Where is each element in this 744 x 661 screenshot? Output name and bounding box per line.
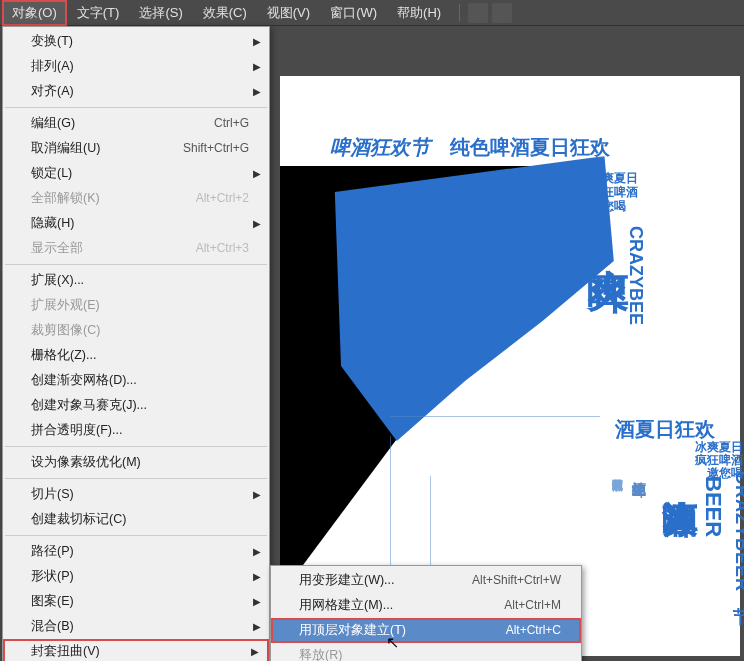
art-b-slogan: 酒夏日狂欢 <box>615 416 715 443</box>
menu-shortcut: Alt+Ctrl+2 <box>196 190 249 207</box>
menu-item-label: 对齐(A) <box>31 83 74 100</box>
menu-help[interactable]: 帮助(H) <box>387 0 451 26</box>
menu-item-9: 显示全部Alt+Ctrl+3 <box>3 236 269 261</box>
menu-item-27[interactable]: 混合(B)▶ <box>3 614 269 639</box>
menu-object[interactable]: 对象(O) <box>2 0 67 26</box>
submenu-arrow-icon: ▶ <box>253 165 261 182</box>
menu-item-2[interactable]: 对齐(A)▶ <box>3 79 269 104</box>
menu-item-label: 图案(E) <box>31 593 74 610</box>
menu-item-1[interactable]: 排列(A)▶ <box>3 54 269 79</box>
menu-item-label: 创建对象马赛克(J)... <box>31 397 147 414</box>
menu-item-label: 显示全部 <box>31 240 83 257</box>
menu-shortcut: Shift+Ctrl+G <box>183 140 249 157</box>
menu-separator <box>5 107 267 108</box>
menu-item-label: 锁定(L) <box>31 165 72 182</box>
menu-separator <box>5 478 267 479</box>
menu-item-26[interactable]: 图案(E)▶ <box>3 589 269 614</box>
submenu-item-3: 释放(R) <box>271 643 581 661</box>
cursor-icon: ↖ <box>386 633 399 652</box>
menu-shortcut: Alt+Ctrl+3 <box>196 240 249 257</box>
menu-item-16[interactable]: 创建对象马赛克(J)... <box>3 393 269 418</box>
object-menu: 变换(T)▶排列(A)▶对齐(A)▶编组(G)Ctrl+G取消编组(U)Shif… <box>2 26 270 661</box>
menu-item-label: 拼合透明度(F)... <box>31 422 122 439</box>
menu-item-28[interactable]: 封套扭曲(V)▶ <box>3 639 269 661</box>
menu-item-12: 扩展外观(E) <box>3 293 269 318</box>
guide-h1 <box>390 416 600 417</box>
menu-item-label: 创建渐变网格(D)... <box>31 372 137 389</box>
submenu-item-2[interactable]: 用顶层对象建立(T)Alt+Ctrl+C <box>271 618 581 643</box>
menu-item-label: 取消编组(U) <box>31 140 100 157</box>
art-slogan2: 纯色啤酒夏日狂欢 <box>450 134 610 161</box>
menu-item-label: 切片(S) <box>31 486 74 503</box>
submenu-arrow-icon: ▶ <box>253 33 261 50</box>
toolbar-icon-2[interactable] <box>492 3 512 23</box>
submenu-arrow-icon: ▶ <box>253 83 261 100</box>
menu-item-label: 扩展(X)... <box>31 272 84 289</box>
menu-item-label: 隐藏(H) <box>31 215 74 232</box>
menu-item-0[interactable]: 变换(T)▶ <box>3 29 269 54</box>
menu-item-19[interactable]: 设为像素级优化(M) <box>3 450 269 475</box>
submenu-arrow-icon: ▶ <box>253 568 261 585</box>
menu-item-14[interactable]: 栅格化(Z)... <box>3 343 269 368</box>
menu-item-label: 变换(T) <box>31 33 73 50</box>
submenu-arrow-icon: ▶ <box>253 215 261 232</box>
menu-effect[interactable]: 效果(C) <box>193 0 257 26</box>
menu-item-11[interactable]: 扩展(X)... <box>3 268 269 293</box>
menu-window[interactable]: 窗口(W) <box>320 0 387 26</box>
menu-item-label: 扩展外观(E) <box>31 297 100 314</box>
menu-item-label: 路径(P) <box>31 543 74 560</box>
menu-item-4[interactable]: 编组(G)Ctrl+G <box>3 111 269 136</box>
submenu-item-0[interactable]: 用变形建立(W)...Alt+Shift+Ctrl+W <box>271 568 581 593</box>
submenu-arrow-icon: ▶ <box>253 58 261 75</box>
menu-item-label: 用变形建立(W)... <box>299 572 395 589</box>
art-vertical-side: CRAZYBEE <box>625 226 646 325</box>
menu-item-13: 裁剪图像(C) <box>3 318 269 343</box>
menu-item-17[interactable]: 拼合透明度(F)... <box>3 418 269 443</box>
menu-item-6[interactable]: 锁定(L)▶ <box>3 161 269 186</box>
menu-item-25[interactable]: 形状(P)▶ <box>3 564 269 589</box>
submenu-arrow-icon: ▶ <box>253 593 261 610</box>
submenu-arrow-icon: ▶ <box>253 618 261 635</box>
menu-select[interactable]: 选择(S) <box>129 0 192 26</box>
menu-shortcut: Alt+Ctrl+M <box>504 597 561 614</box>
art-slogan1: 啤酒狂欢节 <box>330 134 430 161</box>
toolbar-icon-1[interactable] <box>468 3 488 23</box>
menu-item-label: 排列(A) <box>31 58 74 75</box>
submenu-item-1[interactable]: 用网格建立(M)...Alt+Ctrl+M <box>271 593 581 618</box>
menu-separator <box>5 535 267 536</box>
menu-item-21[interactable]: 切片(S)▶ <box>3 482 269 507</box>
art-block2: 酒夏日狂欢 冰爽夏日 疯狂啤酒 邀您喝 冰爽啤酒 BEER CRAZYBEER节… <box>600 416 744 656</box>
menu-item-24[interactable]: 路径(P)▶ <box>3 539 269 564</box>
menu-shortcut: Ctrl+G <box>214 115 249 132</box>
submenu-arrow-icon: ▶ <box>253 486 261 503</box>
menu-view[interactable]: 视图(V) <box>257 0 320 26</box>
menubar: 对象(O) 文字(T) 选择(S) 效果(C) 视图(V) 窗口(W) 帮助(H… <box>0 0 744 26</box>
submenu-arrow-icon: ▶ <box>253 543 261 560</box>
menu-item-8[interactable]: 隐藏(H)▶ <box>3 211 269 236</box>
menu-item-label: 编组(G) <box>31 115 75 132</box>
menu-item-label: 形状(P) <box>31 568 74 585</box>
menu-item-label: 裁剪图像(C) <box>31 322 100 339</box>
menu-item-label: 设为像素级优化(M) <box>31 454 141 471</box>
menubar-divider <box>459 4 460 22</box>
menu-shortcut: Alt+Ctrl+C <box>506 622 561 639</box>
menu-item-label: 创建裁切标记(C) <box>31 511 126 528</box>
menu-item-label: 用网格建立(M)... <box>299 597 393 614</box>
menu-item-label: 封套扭曲(V) <box>31 643 100 660</box>
menu-item-22[interactable]: 创建裁切标记(C) <box>3 507 269 532</box>
menu-text[interactable]: 文字(T) <box>67 0 130 26</box>
menu-separator <box>5 446 267 447</box>
envelope-distort-submenu: 用变形建立(W)...Alt+Shift+Ctrl+W用网格建立(M)...Al… <box>270 565 582 661</box>
menu-item-7: 全部解锁(K)Alt+Ctrl+2 <box>3 186 269 211</box>
menu-item-label: 全部解锁(K) <box>31 190 100 207</box>
menu-item-15[interactable]: 创建渐变网格(D)... <box>3 368 269 393</box>
menu-item-label: 混合(B) <box>31 618 74 635</box>
art-b-beer: BEER <box>700 476 726 537</box>
art-b-crazy: CRAZYBEER节 <box>730 471 744 593</box>
menu-item-5[interactable]: 取消编组(U)Shift+Ctrl+G <box>3 136 269 161</box>
submenu-arrow-icon: ▶ <box>251 643 259 660</box>
menu-separator <box>5 264 267 265</box>
menu-shortcut: Alt+Shift+Ctrl+W <box>472 572 561 589</box>
menu-item-label: 栅格化(Z)... <box>31 347 96 364</box>
menu-item-label: 释放(R) <box>299 647 342 661</box>
